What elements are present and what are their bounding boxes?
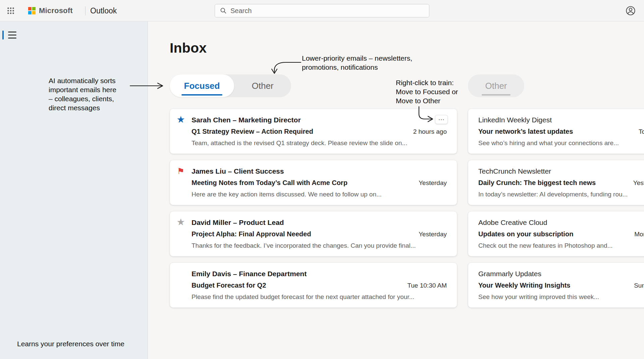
inbox-tabs: Focused Other xyxy=(170,74,291,97)
email-sender: Adobe Creative Cloud xyxy=(478,217,644,228)
arrow-to-other xyxy=(274,62,301,72)
arrowhead-focused xyxy=(158,83,163,88)
email-list-item[interactable]: Grammarly Updates Your Weekly Writing In… xyxy=(468,262,644,308)
email-sender: Emily Davis – Finance Department xyxy=(192,268,447,280)
email-content: James Liu – Client Success Meeting Notes… xyxy=(192,165,447,200)
email-sender: Sarah Chen – Marketing Director xyxy=(192,114,447,126)
email-preview: Please find the updated budget forecast … xyxy=(192,291,447,302)
inactive-tab-underline xyxy=(482,94,511,96)
email-time: Sun xyxy=(629,280,644,291)
email-time: Mor xyxy=(630,228,644,240)
waffle-icon xyxy=(6,6,15,15)
email-content: Emily Davis – Finance Department Budget … xyxy=(192,267,447,303)
email-list-item[interactable]: LinkedIn Weekly Digest Your network’s la… xyxy=(468,109,644,154)
microsoft-logo-icon xyxy=(28,7,36,14)
annotation-train-note: Right-click to train: Move to Focused or… xyxy=(396,78,470,105)
email-sender: David Miller – Product Lead xyxy=(192,217,447,228)
email-sender: Grammarly Updates xyxy=(478,268,644,280)
email-time: Yest xyxy=(629,177,644,189)
annotation-learns-note: Learns your preferences over time xyxy=(17,339,124,348)
tab-other-right[interactable]: Other xyxy=(468,74,524,97)
annotation-line: Right-click to train: xyxy=(396,78,470,87)
email-preview: Thanks for the feedback. I’ve incorporat… xyxy=(192,240,447,251)
search-icon xyxy=(220,7,227,14)
tab-focused-label: Focused xyxy=(184,81,220,91)
email-sender: James Liu – Client Success xyxy=(192,165,447,177)
outlook-window: Microsoft Outlook Inbox Focu xyxy=(0,0,644,359)
annotation-focused-note: AI automatically sorts important emails … xyxy=(49,76,129,112)
annotation-line: AI automatically sorts xyxy=(49,76,129,85)
email-list-item[interactable]: Emily Davis – Finance Department Budget … xyxy=(170,262,457,308)
email-time: 2 hours ago xyxy=(409,126,447,137)
page-title: Inbox xyxy=(170,40,207,56)
email-icon-column: ⚑ xyxy=(170,165,192,200)
email-time: Yesterday xyxy=(414,228,447,240)
email-list-item[interactable]: ★ David Miller – Product Lead Project Al… xyxy=(170,211,457,256)
brand-divider xyxy=(85,6,86,15)
account-icon xyxy=(625,5,636,16)
email-preview: Here are the key action items discussed.… xyxy=(192,189,447,200)
arrowhead-other xyxy=(272,69,277,73)
email-subject: Q1 Strategy Review – Action Required xyxy=(192,126,313,137)
search-box[interactable] xyxy=(215,4,429,17)
email-preview: See how your writing improved this week.… xyxy=(478,291,644,302)
email-icon-column: ★ xyxy=(170,216,192,251)
annotation-line: direct messages xyxy=(49,103,129,112)
email-list-item[interactable]: TechCrunch Newsletter Daily Crunch: The … xyxy=(468,160,644,205)
email-preview: See who’s hiring and what your connectio… xyxy=(478,137,644,148)
more-options-button[interactable]: ⋯ xyxy=(435,115,448,124)
email-subject: Project Alpha: Final Approval Needed xyxy=(192,228,311,240)
focused-email-list: ★ Sarah Chen – Marketing Director Q1 Str… xyxy=(170,109,457,308)
email-list-item[interactable]: ★ Sarah Chen – Marketing Director Q1 Str… xyxy=(170,109,457,154)
annotation-line: Move to Focused or xyxy=(396,87,470,96)
email-preview: Check out the new features in Photoshop … xyxy=(478,240,644,251)
email-content: Grammarly Updates Your Weekly Writing In… xyxy=(478,267,644,303)
annotation-line: – colleagues, clients, xyxy=(49,94,129,103)
email-icon-column: ★ xyxy=(170,114,192,149)
email-content: Adobe Creative Cloud Updates on your sub… xyxy=(478,216,644,251)
hamburger-icon xyxy=(8,32,16,39)
app-launcher-button[interactable] xyxy=(4,4,17,17)
annotation-line: promotions, notifications xyxy=(302,63,426,72)
account-button[interactable] xyxy=(624,4,637,17)
email-content: David Miller – Product Lead Project Alph… xyxy=(192,216,447,251)
active-tab-underline xyxy=(181,94,222,96)
sidebar xyxy=(0,21,148,359)
annotation-other-note: Lower-priority emails – newsletters, pro… xyxy=(302,54,426,72)
annotation-line: important emails here xyxy=(49,85,129,94)
tab-other[interactable]: Other xyxy=(234,74,291,97)
microsoft-wordmark: Microsoft xyxy=(39,6,73,15)
email-subject: Your network’s latest updates xyxy=(478,126,573,137)
star-icon[interactable]: ★ xyxy=(176,115,185,149)
email-preview: Team, attached is the revised Q1 strateg… xyxy=(192,137,447,148)
email-time: Tue 10:30 AM xyxy=(402,280,447,291)
email-subject: Updates on your subscription xyxy=(478,228,573,240)
other-email-list: LinkedIn Weekly Digest Your network’s la… xyxy=(468,109,644,308)
email-subject: Daily Crunch: The biggest tech news xyxy=(478,177,596,189)
email-time: Yesterday xyxy=(414,177,447,189)
annotation-line: Move to Other xyxy=(396,96,470,105)
tab-other-label: Other xyxy=(252,81,273,91)
email-subject: Meeting Notes from Today’s Call with Acm… xyxy=(192,177,347,189)
microsoft-brand: Microsoft xyxy=(28,0,73,21)
sidebar-accent-bar xyxy=(2,31,4,40)
email-time: To xyxy=(634,126,644,137)
email-icon-column xyxy=(170,267,192,303)
tab-other-right-label: Other xyxy=(485,81,507,91)
menu-toggle-button[interactable] xyxy=(5,28,19,42)
email-subject: Budget Forecast for Q2 xyxy=(192,280,266,291)
email-content: TechCrunch Newsletter Daily Crunch: The … xyxy=(478,165,644,200)
email-list-item[interactable]: Adobe Creative Cloud Updates on your sub… xyxy=(468,211,644,256)
star-icon[interactable]: ★ xyxy=(176,218,185,251)
topbar: Microsoft Outlook xyxy=(0,0,644,21)
email-sender: TechCrunch Newsletter xyxy=(478,165,644,177)
app-name: Outlook xyxy=(90,0,117,21)
email-content: LinkedIn Weekly Digest Your network’s la… xyxy=(478,114,644,149)
search-input[interactable] xyxy=(230,7,424,15)
email-preview: In today’s newsletter: AI developments, … xyxy=(478,189,644,200)
tab-focused[interactable]: Focused xyxy=(170,74,234,97)
email-content: Sarah Chen – Marketing Director Q1 Strat… xyxy=(192,114,447,149)
flag-icon[interactable]: ⚑ xyxy=(177,166,184,200)
email-list-item[interactable]: ⚑ James Liu – Client Success Meeting Not… xyxy=(170,160,457,205)
email-sender: LinkedIn Weekly Digest xyxy=(478,114,644,126)
